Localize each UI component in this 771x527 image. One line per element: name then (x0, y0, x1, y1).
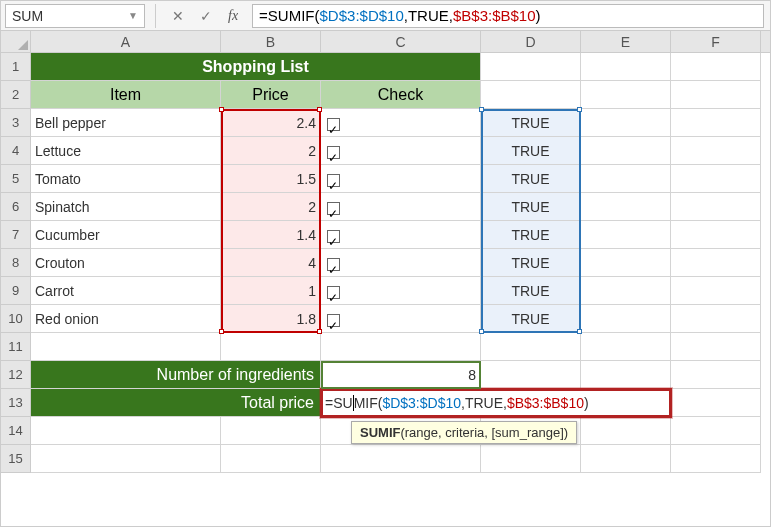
item-name-cell[interactable]: Cucumber (31, 221, 221, 249)
cell[interactable] (671, 249, 761, 277)
row-header[interactable]: 1 (1, 53, 31, 81)
row-header[interactable]: 12 (1, 361, 31, 389)
cell[interactable] (31, 417, 221, 445)
cell[interactable] (671, 193, 761, 221)
cell[interactable] (671, 165, 761, 193)
total-price-label[interactable]: Total price (31, 389, 321, 417)
row-header[interactable]: 10 (1, 305, 31, 333)
row-header[interactable]: 6 (1, 193, 31, 221)
truth-cell[interactable]: TRUE (481, 193, 581, 221)
cell[interactable] (321, 333, 481, 361)
cell[interactable] (481, 81, 581, 109)
col-header-E[interactable]: E (581, 31, 671, 52)
col-header-F[interactable]: F (671, 31, 761, 52)
checkbox-icon[interactable] (327, 146, 340, 159)
check-cell[interactable] (321, 221, 481, 249)
chevron-down-icon[interactable]: ▼ (128, 10, 138, 21)
row-header[interactable]: 9 (1, 277, 31, 305)
truth-cell[interactable]: TRUE (481, 249, 581, 277)
price-cell[interactable]: 1.4 (221, 221, 321, 249)
checkbox-icon[interactable] (327, 286, 340, 299)
cell[interactable] (671, 221, 761, 249)
truth-cell[interactable]: TRUE (481, 165, 581, 193)
checkbox-icon[interactable] (327, 230, 340, 243)
cell[interactable] (671, 389, 761, 417)
price-cell[interactable]: 2 (221, 137, 321, 165)
cell[interactable] (481, 333, 581, 361)
range-handle-icon[interactable] (317, 107, 322, 112)
cell[interactable] (221, 417, 321, 445)
header-item[interactable]: Item (31, 81, 221, 109)
price-cell[interactable]: 1.8 (221, 305, 321, 333)
cell[interactable] (671, 109, 761, 137)
range-handle-icon[interactable] (219, 107, 224, 112)
cell[interactable] (671, 81, 761, 109)
row-header[interactable]: 8 (1, 249, 31, 277)
check-cell[interactable] (321, 165, 481, 193)
fx-icon[interactable]: fx (228, 8, 238, 24)
check-cell[interactable] (321, 249, 481, 277)
row-header[interactable]: 14 (1, 417, 31, 445)
cell[interactable] (671, 137, 761, 165)
total-price-cell[interactable]: =SUMIF($D$3:$D$10,TRUE,$B$3:$B$10) (321, 389, 671, 417)
item-name-cell[interactable]: Crouton (31, 249, 221, 277)
price-cell[interactable]: 1 (221, 277, 321, 305)
cell[interactable] (581, 249, 671, 277)
row-header[interactable]: 13 (1, 389, 31, 417)
row-header[interactable]: 15 (1, 445, 31, 473)
num-ingredients-value[interactable]: 8 (321, 361, 481, 389)
cell[interactable] (581, 445, 671, 473)
check-cell[interactable] (321, 109, 481, 137)
truth-cell[interactable]: TRUE (481, 221, 581, 249)
check-cell[interactable] (321, 193, 481, 221)
range-handle-icon[interactable] (479, 329, 484, 334)
checkbox-icon[interactable] (327, 174, 340, 187)
row-header[interactable]: 7 (1, 221, 31, 249)
price-cell[interactable]: 2.4 (221, 109, 321, 137)
spreadsheet-grid[interactable]: A B C D E F 1 Shopping List 2 Item Price… (1, 31, 770, 473)
row-header[interactable]: 4 (1, 137, 31, 165)
header-price[interactable]: Price (221, 81, 321, 109)
checkbox-icon[interactable] (327, 202, 340, 215)
cell[interactable] (581, 81, 671, 109)
formula-input[interactable]: =SUMIF($D$3:$D$10,TRUE,$B$3:$B$10) (252, 4, 764, 28)
range-handle-icon[interactable] (577, 329, 582, 334)
cell[interactable] (671, 53, 761, 81)
cell[interactable] (221, 333, 321, 361)
item-name-cell[interactable]: Spinatch (31, 193, 221, 221)
truth-cell[interactable]: TRUE (481, 109, 581, 137)
range-handle-icon[interactable] (317, 329, 322, 334)
cell[interactable] (671, 417, 761, 445)
cell[interactable] (481, 361, 581, 389)
cell[interactable] (581, 417, 671, 445)
cell[interactable] (581, 333, 671, 361)
truth-cell[interactable]: TRUE (481, 137, 581, 165)
row-header[interactable]: 2 (1, 81, 31, 109)
header-check[interactable]: Check (321, 81, 481, 109)
truth-cell[interactable]: TRUE (481, 277, 581, 305)
cell[interactable] (481, 445, 581, 473)
item-name-cell[interactable]: Bell pepper (31, 109, 221, 137)
cell[interactable] (671, 361, 761, 389)
item-name-cell[interactable]: Lettuce (31, 137, 221, 165)
cell[interactable] (671, 277, 761, 305)
num-ingredients-label[interactable]: Number of ingredients (31, 361, 321, 389)
col-header-C[interactable]: C (321, 31, 481, 52)
checkbox-icon[interactable] (327, 314, 340, 327)
cell[interactable] (671, 305, 761, 333)
cell[interactable] (581, 137, 671, 165)
cell[interactable] (221, 445, 321, 473)
cancel-icon[interactable]: ✕ (172, 8, 184, 24)
row-header[interactable]: 3 (1, 109, 31, 137)
cell[interactable] (671, 333, 761, 361)
cell[interactable] (31, 333, 221, 361)
range-handle-icon[interactable] (219, 329, 224, 334)
name-box[interactable]: SUM ▼ (5, 4, 145, 28)
row-header[interactable]: 11 (1, 333, 31, 361)
row-header[interactable]: 5 (1, 165, 31, 193)
range-handle-icon[interactable] (577, 107, 582, 112)
cell[interactable] (581, 305, 671, 333)
item-name-cell[interactable]: Tomato (31, 165, 221, 193)
cell[interactable] (321, 445, 481, 473)
checkbox-icon[interactable] (327, 258, 340, 271)
